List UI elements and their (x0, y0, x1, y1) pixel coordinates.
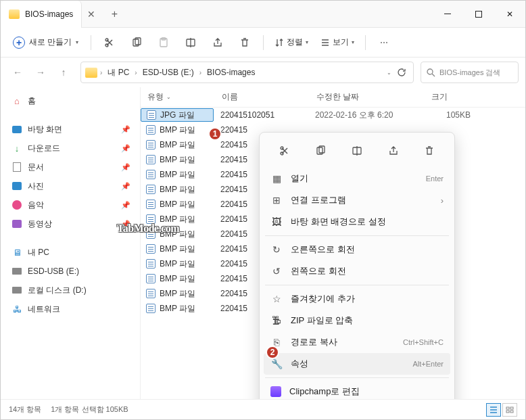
sidebar-label: 홈 (28, 95, 36, 107)
breadcrumb-pc[interactable]: 내 PC (105, 66, 132, 80)
ctx-cut-button[interactable] (273, 141, 296, 161)
search-box[interactable]: BIOS-images 검색 (421, 62, 519, 83)
type-text: BMP 파일 (160, 124, 195, 136)
chevron-down-icon: ⌄ (166, 94, 171, 100)
new-button[interactable]: + 새로 만들기 ▾ (7, 34, 84, 51)
ctx-setbg[interactable]: 🖼바탕 화면 배경으로 설정 (264, 211, 450, 233)
forward-button[interactable]: → (30, 62, 51, 83)
ctx-shortcut: Enter (426, 174, 444, 183)
col-size[interactable]: 크기 (425, 91, 479, 103)
ellipsis-icon: ⋯ (380, 38, 388, 47)
type-text: BMP 파일 (160, 243, 195, 255)
view-details-button[interactable] (486, 403, 501, 417)
file-icon (146, 200, 156, 209)
back-button[interactable]: ← (7, 62, 28, 83)
sidebar-label: ESD-USB (E:) (28, 266, 79, 276)
cell-type: BMP 파일 (141, 138, 214, 151)
cell-type: BMP 파일 (141, 302, 214, 315)
tab-close-button[interactable]: ✕ (82, 9, 101, 20)
breadcrumb-drive[interactable]: ESD-USB (E:) (140, 66, 197, 78)
col-type[interactable]: 유형⌄ (141, 91, 215, 103)
share-button[interactable] (206, 32, 229, 53)
view-button[interactable]: 보기 ▾ (316, 34, 358, 51)
sort-icon (274, 38, 284, 47)
sidebar-label: 다운로드 (28, 143, 60, 154)
pin-icon: 📌 (121, 182, 130, 191)
sidebar-desktop[interactable]: 바탕 화면📌 (6, 120, 140, 139)
sidebar-drive-e[interactable]: ESD-USB (E:) (6, 262, 140, 281)
ctx-rename-button[interactable] (345, 141, 368, 161)
close-button[interactable]: ✕ (494, 1, 525, 28)
ctx-label: ZIP 파일로 압축 (291, 314, 353, 327)
address-bar[interactable]: › 내 PC › ESD-USB (E:) › BIOS-images ⌄ (80, 62, 414, 83)
sidebar-pictures[interactable]: 사진📌 (6, 177, 140, 195)
cell-size: 105KB (423, 110, 477, 120)
sidebar-videos[interactable]: 동영상📌 (6, 214, 140, 233)
ctx-delete-button[interactable] (418, 141, 441, 161)
col-name[interactable]: 이름 (215, 91, 310, 103)
new-tab-button[interactable]: + (101, 8, 128, 20)
grid-icon (506, 406, 514, 413)
sidebar-documents[interactable]: 문서📌 (6, 158, 140, 177)
type-text: BMP 파일 (160, 169, 195, 181)
ctx-shortcut: Alt+Enter (412, 360, 444, 368)
rename-button[interactable] (179, 32, 202, 53)
document-icon (11, 162, 22, 172)
ctx-copy-button[interactable] (309, 141, 332, 161)
ctx-rotright[interactable]: ↻오른쪽으로 회전 (264, 239, 450, 260)
col-date[interactable]: 수정한 날짜 (310, 91, 425, 103)
breadcrumb-folder[interactable]: BIOS-images (204, 66, 258, 78)
type-text: BMP 파일 (160, 288, 195, 300)
ctx-share-button[interactable] (382, 141, 405, 161)
more-button[interactable]: ⋯ (373, 32, 396, 53)
file-row[interactable]: JPG 파일2204151020512022-02-16 오후 6:20105K… (141, 108, 525, 122)
file-icon (147, 110, 156, 120)
chevron-down-icon: ▾ (352, 39, 354, 45)
scissors-icon (104, 37, 115, 48)
cell-type: BMP 파일 (141, 287, 214, 300)
file-icon (146, 289, 156, 298)
annotation-badge-2: 2 (266, 346, 279, 359)
up-button[interactable]: ↑ (53, 62, 74, 83)
type-text: JPG 파일 (160, 110, 195, 121)
copy-button[interactable] (125, 32, 148, 53)
file-icon (146, 259, 156, 269)
cell-type: BMP 파일 (141, 257, 214, 271)
cell-type: BMP 파일 (141, 242, 214, 256)
sidebar-home[interactable]: ⌂홈 (6, 91, 140, 110)
annotation-badge-1: 1 (208, 127, 222, 141)
sidebar-music[interactable]: 음악📌 (6, 195, 140, 214)
delete-button[interactable] (233, 32, 256, 53)
paste-button[interactable] (152, 32, 175, 53)
refresh-button[interactable] (394, 62, 409, 83)
ctx-fav[interactable]: ☆즐겨찾기에 추가 (264, 288, 450, 310)
maximize-button[interactable] (463, 1, 494, 28)
rotate-left-icon: ↺ (270, 265, 283, 277)
column-headers: 유형⌄ 이름 수정한 날짜 크기 (141, 87, 525, 108)
cut-button[interactable] (98, 32, 121, 53)
ctx-openwith[interactable]: ⊞연결 프로그램› (264, 189, 450, 211)
statusbar: 14개 항목 1개 항목 선택함 105KB (1, 399, 525, 419)
cell-name: 220415102051 (214, 110, 308, 120)
ctx-properties[interactable]: 🔧속성Alt+Enter (264, 353, 450, 375)
type-text: BMP 파일 (160, 139, 195, 151)
trash-icon (239, 37, 250, 48)
sidebar-thispc[interactable]: 🖥내 PC (6, 243, 140, 262)
sidebar-downloads[interactable]: ↓다운로드📌 (6, 139, 140, 158)
tab-active[interactable]: BIOS-images (1, 1, 82, 28)
sidebar-network[interactable]: 🖧네트워크 (6, 300, 140, 319)
minimize-button[interactable] (432, 1, 463, 28)
chevron-down-icon[interactable]: ⌄ (387, 70, 391, 76)
file-icon (146, 140, 156, 149)
ctx-rotleft[interactable]: ↺왼쪽으로 회전 (264, 260, 450, 282)
view-tiles-button[interactable] (502, 403, 517, 417)
ctx-copypath[interactable]: ⎘경로로 복사Ctrl+Shift+C (264, 331, 450, 353)
sidebar-drive-d[interactable]: 로컬 디스크 (D:) (6, 281, 140, 300)
separator (265, 235, 449, 236)
sort-button[interactable]: 정렬 ▾ (270, 34, 312, 51)
file-icon (146, 304, 156, 313)
view-label: 보기 (333, 37, 349, 48)
ctx-open[interactable]: ▦열기Enter (264, 168, 450, 189)
ctx-zip[interactable]: 🗜ZIP 파일로 압축 (264, 310, 450, 331)
pin-icon: 📌 (121, 163, 130, 172)
